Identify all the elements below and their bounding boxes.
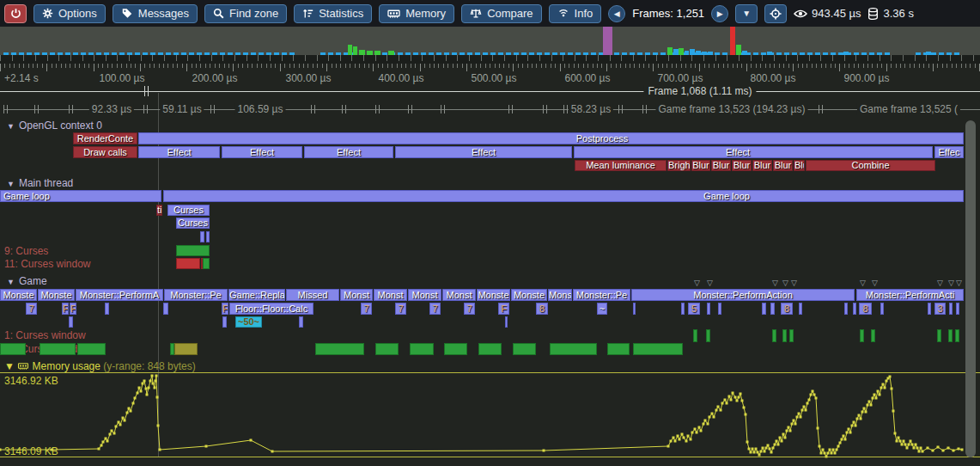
memory-usage-graph[interactable]: [0, 0, 980, 466]
scrollbar-thumb[interactable]: [965, 120, 976, 457]
profiler-window: Options Messages Find zone Statistics Me…: [0, 0, 980, 466]
